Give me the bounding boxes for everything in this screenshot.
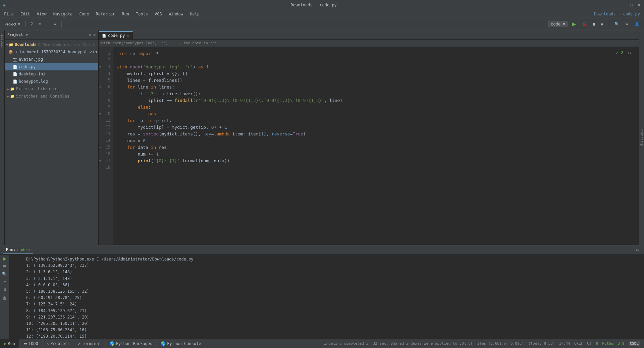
tree-item-desktop-ini[interactable]: 📄 desktop.ini — [5, 70, 98, 78]
scratches-icon: 📁 — [10, 94, 15, 99]
code-editor[interactable]: 1 2 ▼3 4 5 ▼6 7 8 9 ▼10 11 12 13 14 ▼15 … — [99, 47, 639, 245]
code-content[interactable]: from re import * with open('honeypot.log… — [113, 47, 639, 245]
line-num-10: ▼10 — [99, 111, 113, 117]
problems-icon: ⚠ — [47, 341, 49, 346]
tree-item-code-py[interactable]: 📄 code.py — [5, 63, 98, 70]
bst-run-label: Run — [8, 341, 15, 346]
run-output-1: 1: ('139.162.99.243', 237) — [26, 263, 641, 269]
run-output-4: 4: ('0.0.0.0', 66) — [26, 282, 641, 288]
close-button[interactable]: × — [637, 3, 641, 7]
toolbar-collapse-button[interactable]: ↕ — [44, 21, 50, 27]
sidebar-dropdown-arrow[interactable]: ▼ — [25, 33, 28, 37]
bottom-tab-run[interactable]: Run: code × — [3, 246, 33, 254]
sidebar-settings-icon[interactable]: ⚙ — [89, 33, 91, 37]
tree-item-scratches[interactable]: ► 📁 Scratches and Consoles — [5, 93, 98, 100]
run-output-11: 11: ('106.75.66.234', 16) — [26, 327, 641, 333]
trash-button[interactable]: 🗑 — [1, 295, 8, 301]
line-num-4: 4 — [99, 70, 113, 77]
run-output: D:\Python\Python2\python.exe C:/Users/Ad… — [9, 255, 644, 339]
menu-run[interactable]: Run — [119, 11, 132, 17]
tree-label-honeypot-log: honeypot.log — [19, 79, 48, 84]
tree-label-ext-libs: External Libraries — [16, 86, 60, 91]
settings-button2[interactable]: ⚙ — [623, 21, 631, 27]
bst-todo-label: TODO — [29, 341, 38, 346]
status-bar-right: Indexing completed in 32 sec. Shared ind… — [320, 341, 644, 346]
rerun-button[interactable]: ▶ — [3, 256, 6, 261]
menu-file[interactable]: File — [1, 11, 16, 17]
editor-area: 📄 code.py × with open('honeypot.log', 'r… — [99, 30, 639, 245]
menu-view[interactable]: View — [34, 11, 49, 17]
menu-code[interactable]: Code — [77, 11, 92, 17]
bst-terminal[interactable]: > Terminal — [74, 339, 106, 348]
check-icon: ✓ — [616, 50, 619, 55]
bst-problems[interactable]: ⚠ Problems — [43, 339, 74, 348]
code-line-7: if 's7' in line.lower(): — [117, 91, 639, 97]
menu-help[interactable]: Help — [187, 11, 202, 17]
line-num-5: 5 — [99, 77, 113, 84]
downloads-path: C:\Users\Administrator\Downloads — [38, 43, 98, 47]
editor-tab-code-py[interactable]: 📄 code.py × — [99, 31, 133, 39]
run-panel-settings[interactable]: ⚙ — [636, 247, 639, 252]
tree-item-honeypot-log[interactable]: 📄 honeypot.log — [5, 78, 98, 85]
run-button[interactable]: ▶ — [570, 20, 578, 28]
debug-button[interactable]: 🐞 — [580, 21, 589, 27]
toolbar-list-button[interactable]: ≡ — [37, 21, 43, 27]
tree-item-external-libs[interactable]: ► 📁 External Libraries — [5, 85, 98, 93]
line-num-18: 18 — [99, 164, 113, 171]
terminal-icon: > — [78, 341, 80, 346]
zip-icon: 📦 — [8, 50, 13, 54]
code-line-3: with open('honeypot.log', 'r') as f: — [117, 64, 639, 70]
user-button[interactable]: 👤 — [633, 21, 641, 27]
tree-arrow-scratches: ► — [7, 95, 9, 98]
menu-refactor[interactable]: Refactor — [93, 11, 118, 17]
right-structure-tab[interactable]: Structure — [639, 30, 644, 245]
title-bar-title: Downloads - code.py — [291, 3, 337, 7]
sidebar-header: Project ▼ ⚙ ≡ — [5, 30, 98, 40]
toolbar-build-button[interactable]: ⚲ — [29, 21, 35, 27]
check-indicator: ✓ 2 ↑↓ — [616, 50, 632, 55]
vtab-project[interactable]: Project — [0, 32, 5, 51]
menu-vcs[interactable]: VCS — [152, 11, 165, 17]
line-num-14: 14 — [99, 137, 113, 144]
toolbar-separator-3 — [609, 21, 609, 27]
scroll-button[interactable]: ≡ — [1, 279, 8, 285]
encoding: UTF-8 — [587, 341, 598, 346]
print-button[interactable]: 🖶 — [1, 287, 8, 293]
search-button[interactable]: 🔍 — [612, 21, 621, 27]
toolbar-settings-button[interactable]: ⚙ — [51, 21, 59, 27]
line-num-11: 11 — [99, 117, 113, 124]
run-output-6: 6: ('60.191.38.78', 25) — [26, 295, 641, 301]
code-line-11: for ip in iplist: — [117, 117, 639, 124]
tree-item-downloads[interactable]: ▼ 📁 Downloads C:\Users\Administrator\Dow… — [5, 41, 98, 48]
log-icon: 📄 — [13, 79, 17, 84]
bst-python-packages[interactable]: 🌎 Python Packages — [106, 339, 157, 348]
tab-close-code-py[interactable]: × — [127, 34, 129, 38]
bst-python-console[interactable]: 🌎 Python Console — [157, 339, 205, 348]
menu-edit[interactable]: Edit — [18, 11, 33, 17]
bottom-tabs: Run: code × ⚙ — [0, 245, 644, 255]
filter-button[interactable]: 🔍 — [1, 271, 8, 277]
line-num-3: ▼3 — [99, 64, 113, 70]
title-bar-left: ◆ — [3, 2, 5, 8]
code-line-6: for line in lines: — [117, 84, 639, 91]
tree-item-zip[interactable]: 📦 attachment_1579250314_honeypot.zip — [5, 48, 98, 56]
run-tab-close[interactable]: × — [28, 248, 30, 251]
maximize-button[interactable]: □ — [629, 3, 634, 7]
line-num-15: ▼15 — [99, 144, 113, 151]
menu-tools[interactable]: Tools — [133, 11, 151, 17]
tree-item-avatar[interactable]: 📷 avatar.jpg — [5, 56, 98, 63]
bst-terminal-label: Terminal — [82, 341, 101, 346]
line-num-17: ▼17 — [99, 158, 113, 164]
sidebar-collapse-icon[interactable]: ≡ — [93, 33, 96, 37]
toolbar-separator-1 — [25, 21, 26, 27]
bst-run[interactable]: ▶ Run — [0, 339, 19, 348]
minimize-button[interactable]: − — [622, 3, 627, 7]
project-selector-button[interactable]: Project ▼ — [3, 21, 23, 27]
bst-todo[interactable]: ☰ TODO — [19, 339, 43, 348]
menu-window[interactable]: Window — [166, 11, 186, 17]
run-output-7: 7: ('125.34.7.5', 24) — [26, 301, 641, 307]
menu-navigate[interactable]: Navigate — [51, 11, 75, 17]
profile-button[interactable]: ■ — [599, 21, 605, 27]
stop-button[interactable]: ■ — [1, 263, 8, 269]
coverage-button[interactable]: ▮ — [591, 21, 597, 27]
